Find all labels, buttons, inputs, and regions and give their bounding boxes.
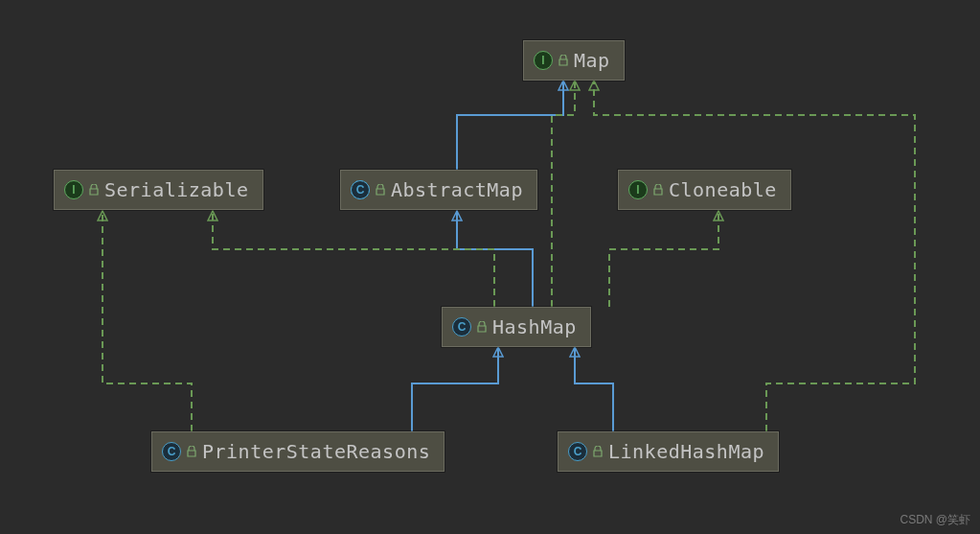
lock-icon (653, 184, 663, 196)
node-printerstatereasons[interactable]: C PrinterStateReasons (151, 431, 444, 472)
diagram-canvas: I Map I Serializable C AbstractMap I Clo… (0, 0, 980, 534)
node-label: Map (574, 49, 610, 72)
interface-icon: I (64, 180, 83, 199)
abstract-class-icon: C (351, 180, 370, 199)
node-label: AbstractMap (391, 178, 523, 201)
edges-layer (0, 0, 980, 534)
node-label: Cloneable (669, 178, 777, 201)
lock-icon (593, 446, 603, 457)
node-hashmap[interactable]: C HashMap (442, 307, 591, 347)
class-icon: C (568, 442, 587, 461)
node-linkedhashmap[interactable]: C LinkedHashMap (558, 431, 779, 472)
node-label: PrinterStateReasons (202, 440, 430, 463)
node-label: LinkedHashMap (608, 440, 764, 463)
interface-icon: I (628, 180, 648, 199)
node-serializable[interactable]: I Serializable (54, 170, 263, 210)
class-icon: C (452, 317, 471, 337)
node-cloneable[interactable]: I Cloneable (618, 170, 791, 210)
lock-icon (477, 321, 487, 333)
class-icon: C (162, 442, 181, 461)
lock-icon (376, 184, 385, 196)
watermark: CSDN @笑虾 (900, 512, 970, 528)
lock-icon (558, 55, 568, 66)
node-label: HashMap (492, 315, 577, 338)
node-map[interactable]: I Map (523, 40, 625, 81)
node-label: Serializable (104, 178, 249, 201)
lock-icon (89, 184, 99, 196)
node-abstractmap[interactable]: C AbstractMap (340, 170, 537, 210)
interface-icon: I (534, 51, 553, 70)
lock-icon (187, 446, 196, 457)
